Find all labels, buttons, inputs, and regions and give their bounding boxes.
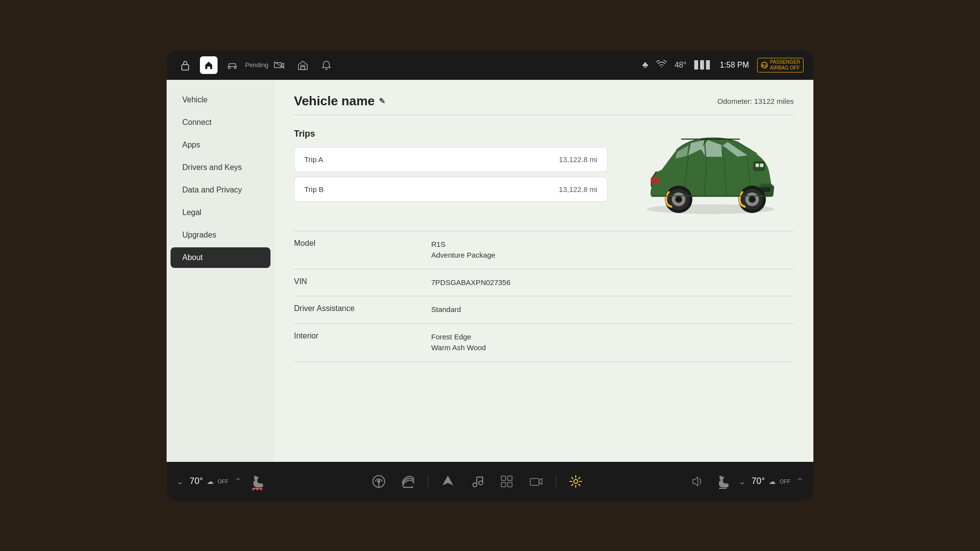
bottom-bar: ⌄ 70° ☁ OFF ⌃ (167, 462, 813, 501)
svg-rect-5 (301, 67, 305, 70)
sidebar-item-drivers-keys[interactable]: Drivers and Keys (171, 157, 270, 178)
driver-assistance-label: Driver Assistance (294, 304, 431, 313)
home-icon[interactable] (200, 56, 218, 74)
odometer-display: Odometer: 13122 miles (717, 97, 794, 105)
vin-row: VIN 7PDSGABAXPN027356 (294, 269, 794, 297)
lock-icon[interactable] (176, 56, 194, 74)
trip-b-value: 13,122.8 mi (559, 185, 597, 193)
vehicle-image (627, 121, 794, 219)
interior-value: Forest Edge Warm Ash Wood (431, 332, 486, 354)
heat-dot-2 (256, 488, 259, 490)
camera-icon[interactable] (526, 472, 546, 491)
bottom-right-climate: ⌄ 70° ☁ OFF ⌃ (687, 472, 804, 491)
garage-icon[interactable] (294, 56, 312, 74)
main-area: Vehicle Connect Apps Drivers and Keys Da… (167, 80, 813, 462)
svg-rect-0 (182, 65, 189, 70)
svg-point-26 (675, 196, 682, 203)
car-icon[interactable] (223, 56, 241, 74)
trip-b-label: Trip B (304, 185, 323, 193)
svg-point-2 (234, 67, 236, 69)
bottom-center-controls (369, 472, 586, 491)
svg-point-34 (473, 483, 477, 487)
vehicle-layout: Trips Trip A 13,122.8 mi Trip B 13,122.8… (294, 121, 794, 219)
signal-icon: ▋▋▋ (694, 60, 712, 70)
pending-icon[interactable]: Pending (247, 56, 265, 74)
interior-row: Interior Forest Edge Warm Ash Wood (294, 324, 794, 362)
right-temp-display: 70° ☁ OFF (752, 476, 790, 486)
pending-label: Pending (245, 61, 269, 69)
model-row: Model R1S Adventure Package (294, 231, 794, 269)
vehicle-name: Vehicle name ✎ (294, 94, 385, 109)
svg-point-30 (749, 196, 756, 203)
trip-a-label: Trip A (304, 155, 323, 164)
sidebar-item-connect[interactable]: Connect (171, 112, 270, 133)
main-screen: Pending (167, 50, 813, 501)
heat-dot-3 (260, 488, 263, 490)
sidebar-item-vehicle[interactable]: Vehicle (171, 90, 270, 110)
vin-label: VIN (294, 277, 431, 286)
info-section: Model R1S Adventure Package VIN 7PDSGABA… (294, 231, 794, 362)
svg-rect-42 (508, 482, 512, 487)
wifi-icon (656, 60, 667, 70)
trips-title: Trips (294, 129, 608, 139)
sidebar-item-upgrades[interactable]: Upgrades (171, 225, 270, 245)
time-display: 1:58 PM (720, 61, 749, 70)
seat-heat-right-icon[interactable] (713, 472, 733, 491)
passenger-airbag-text: PASSENGERAIRBAG OFF (770, 59, 801, 71)
music-icon[interactable] (467, 472, 487, 491)
bell-icon[interactable] (318, 56, 335, 74)
sidebar: Vehicle Connect Apps Drivers and Keys Da… (167, 80, 274, 462)
svg-rect-19 (760, 164, 763, 167)
model-label: Model (294, 239, 431, 248)
right-temp-up-button[interactable]: ⌃ (796, 476, 804, 487)
seat-heat-left-icon[interactable] (247, 472, 267, 491)
svg-rect-43 (530, 479, 539, 485)
edit-vehicle-name-icon[interactable]: ✎ (379, 96, 385, 106)
temperature-display: 48° (675, 61, 686, 70)
model-value: R1S Adventure Package (431, 239, 495, 261)
svg-rect-39 (501, 476, 506, 480)
passenger-airbag-badge: P2 PASSENGERAIRBAG OFF (757, 58, 804, 72)
divider-2 (556, 474, 556, 489)
defrost-icon[interactable] (398, 472, 418, 491)
left-temp-display: 70° ☁ OFF (190, 476, 228, 486)
top-bar: Pending (167, 50, 813, 80)
svg-point-1 (228, 67, 230, 69)
driver-assistance-row: Driver Assistance Standard (294, 296, 794, 324)
svg-point-35 (479, 481, 483, 485)
content-header: Vehicle name ✎ Odometer: 13122 miles (294, 94, 794, 115)
bluetooth-icon: ♣ (642, 60, 648, 70)
volume-icon[interactable] (687, 472, 707, 491)
apps-grid-icon[interactable] (497, 472, 516, 491)
driver-assistance-value: Standard (431, 304, 461, 315)
svg-rect-21 (651, 177, 660, 183)
navigation-icon[interactable] (438, 472, 458, 491)
steering-heat-icon[interactable] (369, 472, 389, 491)
top-bar-left: Pending (176, 56, 335, 74)
trips-section: Trips Trip A 13,122.8 mi Trip B 13,122.8… (294, 121, 608, 219)
left-temp-up-button[interactable]: ⌃ (234, 476, 242, 487)
svg-rect-18 (756, 164, 759, 167)
left-temp-down-button[interactable]: ⌄ (176, 476, 184, 487)
svg-point-44 (574, 479, 578, 483)
bottom-left-climate: ⌄ 70° ☁ OFF ⌃ (176, 472, 267, 491)
interior-label: Interior (294, 332, 431, 340)
divider (428, 474, 428, 489)
right-temp-down-button[interactable]: ⌄ (738, 476, 746, 487)
svg-text:P2: P2 (762, 64, 767, 68)
sidebar-item-legal[interactable]: Legal (171, 202, 270, 223)
svg-point-32 (377, 480, 380, 483)
sidebar-item-about[interactable]: About (171, 247, 270, 268)
svg-rect-40 (508, 476, 512, 480)
trip-b-card[interactable]: Trip B 13,122.8 mi (294, 177, 608, 202)
content-area: Vehicle name ✎ Odometer: 13122 miles Tri… (274, 80, 813, 462)
vin-value: 7PDSGABAXPN027356 (431, 277, 511, 288)
sidebar-item-data-privacy[interactable]: Data and Privacy (171, 180, 270, 200)
top-bar-right: ♣ 48° ▋▋▋ 1:58 PM P2 PASSENGERAIRBAG OFF (642, 58, 804, 72)
trip-a-card[interactable]: Trip A 13,122.8 mi (294, 147, 608, 172)
camera-off-icon[interactable] (270, 56, 288, 74)
sidebar-item-apps[interactable]: Apps (171, 135, 270, 155)
trip-a-value: 13,122.8 mi (559, 155, 597, 164)
settings-icon[interactable] (566, 472, 586, 491)
svg-rect-41 (501, 482, 506, 487)
